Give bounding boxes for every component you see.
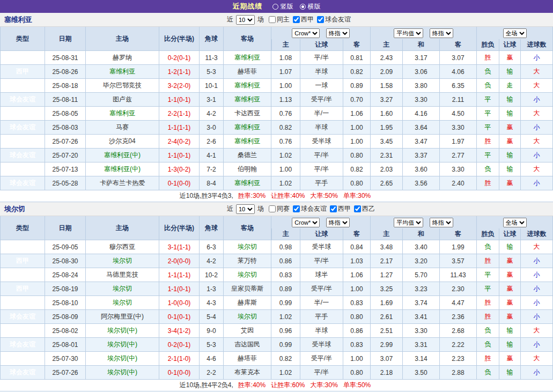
away-team[interactable]: 塞维利亚	[224, 93, 271, 107]
match-count-select[interactable]: 10	[236, 15, 255, 25]
bookmaker-select[interactable]: Crow*	[292, 28, 320, 38]
avg-away-odds: 4.06	[440, 65, 477, 79]
away-team[interactable]: 卡达西亚	[224, 107, 271, 121]
checkbox-input[interactable]	[330, 205, 337, 212]
corners: 5-3	[200, 65, 224, 79]
score: 2-4(0-2)	[159, 135, 200, 149]
filter-checkbox[interactable]: 球会友谊	[314, 15, 351, 24]
avg-select[interactable]: 平均值	[394, 218, 423, 227]
home-team[interactable]: 毕尔巴鄂竞技	[86, 79, 159, 93]
away-team[interactable]: 赫库斯	[224, 296, 271, 310]
league-type: 球会友谊	[0, 162, 45, 176]
filter-checkbox[interactable]: 同赛	[266, 204, 290, 213]
home-team[interactable]: 埃尔切	[86, 296, 159, 310]
away-team[interactable]: 塞维利亚	[224, 51, 271, 65]
result-wdl: 平	[477, 149, 499, 162]
home-team[interactable]: 埃尔切	[86, 282, 159, 296]
away-team[interactable]: 布莱克本	[224, 366, 271, 380]
col-away: 客场	[224, 27, 271, 51]
scope-select[interactable]: 全场	[503, 218, 527, 227]
checkbox-input[interactable]	[293, 16, 300, 23]
handicap-away-odds: 0.80	[343, 366, 371, 380]
avg-index-select[interactable]: 终指	[430, 218, 453, 227]
avg-away-odds: 2.22	[440, 338, 477, 352]
home-team[interactable]: 埃尔切(中)	[86, 366, 159, 380]
home-team[interactable]: 图卢兹	[86, 93, 159, 107]
avg-away-odds: 2.30	[440, 282, 477, 296]
corners: 8-4	[200, 176, 224, 190]
result-wdl: 胜	[477, 296, 499, 310]
filter-checkbox[interactable]: 西甲	[327, 204, 351, 213]
league-type: 球会友谊	[0, 149, 45, 162]
handicap-home-odds: 1.07	[271, 65, 300, 79]
handicap-line: 球半	[300, 268, 343, 282]
odds-index-select[interactable]: 终指	[326, 218, 350, 227]
odds-index-select[interactable]: 终指	[326, 28, 350, 38]
away-team[interactable]: 埃尔切	[224, 268, 271, 282]
away-team[interactable]: 莱万特	[224, 254, 271, 268]
handicap-home-odds: 0.99	[271, 296, 300, 310]
corners: 9-0	[200, 324, 224, 338]
result-goals: 小	[521, 310, 553, 324]
home-team[interactable]: 穆尔西亚	[86, 240, 159, 254]
score: 0-2(0-1)	[159, 51, 200, 65]
filter-checkbox[interactable]: 西甲	[290, 15, 314, 24]
away-team[interactable]: 赫塔菲	[224, 352, 271, 366]
away-team[interactable]: 塞维利亚	[224, 121, 271, 135]
radio-icon	[300, 4, 306, 10]
checkbox-input[interactable]	[269, 16, 276, 23]
away-team[interactable]: 塞维利亚	[224, 176, 271, 190]
score: 1-1(0-1)	[159, 93, 200, 107]
handicap-away-odds: 0.80	[343, 310, 371, 324]
match-row: 西甲25-08-18毕尔巴鄂竞技3-2(2-0)10-1塞维利亚1.00一球0.…	[0, 79, 553, 93]
result-wdl: 负	[477, 79, 499, 93]
home-team[interactable]: 塞维利亚	[86, 65, 159, 79]
away-team[interactable]: 埃尔切	[224, 240, 271, 254]
avg-select[interactable]: 平均值	[394, 28, 423, 38]
home-team[interactable]: 塞维利亚	[86, 107, 159, 121]
home-team[interactable]: 塞维利亚(中)	[86, 162, 159, 176]
matches-table: 类型 日期 主场 比分(半场) 角球 客场 Crow* 终指 平均值 终指	[0, 216, 553, 380]
result-wdl: 平	[477, 282, 499, 296]
handicap-away-odds: 0.86	[343, 324, 371, 338]
checkbox-input[interactable]	[317, 16, 324, 23]
home-team[interactable]: 埃尔切(中)	[86, 324, 159, 338]
home-team[interactable]: 埃尔切(中)	[86, 338, 159, 352]
away-team[interactable]: 伯明翰	[224, 162, 271, 176]
home-team[interactable]: 卡萨布兰卡热爱	[86, 176, 159, 190]
away-team[interactable]: 塞维利亚	[224, 79, 271, 93]
filter-checkbox[interactable]: 西乙	[351, 204, 375, 213]
away-team[interactable]: 赫塔菲	[224, 65, 271, 79]
away-team[interactable]: 埃尔切	[224, 310, 271, 324]
avg-index-select[interactable]: 终指	[430, 28, 453, 38]
home-team[interactable]: 马德里竞技	[86, 268, 159, 282]
home-team[interactable]: 埃尔切(中)	[86, 352, 159, 366]
checkbox-input[interactable]	[269, 205, 276, 212]
home-team[interactable]: 马赛	[86, 121, 159, 135]
away-team[interactable]: 桑德兰	[224, 149, 271, 162]
bookmaker-select[interactable]: Crow*	[292, 218, 320, 227]
checkbox-input[interactable]	[354, 205, 361, 212]
score: 1-3(0-2)	[159, 162, 200, 176]
away-team[interactable]: 塞维利亚	[224, 135, 271, 149]
away-team[interactable]: 皇家贝蒂斯	[224, 282, 271, 296]
handicap-home-odds: 0.83	[271, 268, 300, 282]
filter-checkbox[interactable]: 球会友谊	[290, 204, 327, 213]
scope-select[interactable]: 全场	[503, 28, 527, 38]
summary-stat: 让胜率:60%	[271, 381, 305, 390]
away-team[interactable]: 吉达国民	[224, 338, 271, 352]
layout-radio[interactable]: 竖版	[272, 2, 293, 11]
avg-home-odds: 3.27	[371, 93, 403, 107]
home-team[interactable]: 埃尔切	[86, 254, 159, 268]
checkbox-input[interactable]	[293, 205, 300, 212]
home-team[interactable]: 沙尔克04	[86, 135, 159, 149]
away-team[interactable]: 艾因	[224, 324, 271, 338]
layout-radio[interactable]: 横版	[300, 2, 321, 11]
home-team[interactable]: 阿尔梅里亚(中)	[86, 310, 159, 324]
result-handicap: 赢	[499, 352, 521, 366]
match-row: 西甲25-08-24马德里竞技1-1(1-1)10-2埃尔切0.83球半1.06…	[0, 268, 553, 282]
match-count-select[interactable]: 10	[236, 204, 255, 214]
filter-checkbox[interactable]: 同主	[266, 15, 290, 24]
home-team[interactable]: 塞维利亚(中)	[86, 149, 159, 162]
home-team[interactable]: 赫罗纳	[86, 51, 159, 65]
